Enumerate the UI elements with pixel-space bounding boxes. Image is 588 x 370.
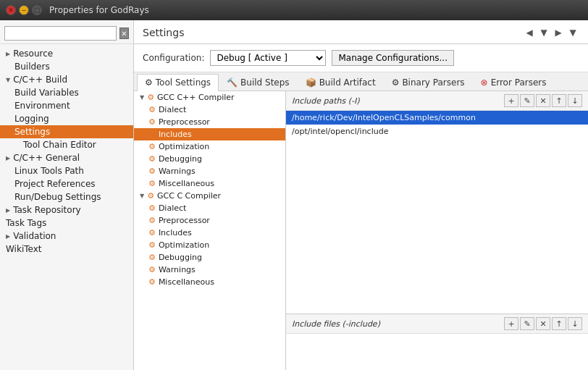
- delete-include-path-button[interactable]: ✕: [536, 94, 550, 107]
- tree-item-gcc-cpp-dialect[interactable]: ⚙Dialect: [134, 104, 285, 116]
- include-paths-toolbar: + ✎ ✕ ↑ ↓: [504, 94, 582, 107]
- search-clear-button[interactable]: ✕: [119, 28, 129, 39]
- sidebar-item-task-tags[interactable]: Task Tags: [0, 216, 133, 230]
- tab-build-artifact[interactable]: 📦 Build Artifact: [298, 74, 384, 91]
- add-include-file-button[interactable]: +: [504, 317, 518, 330]
- tree-item-label: Warnings: [159, 265, 196, 274]
- include-path-item[interactable]: /opt/intel/opencl/include: [286, 125, 588, 138]
- search-input[interactable]: [4, 26, 117, 41]
- compiler-setting-icon: ⚙: [147, 191, 154, 201]
- manage-configurations-button[interactable]: Manage Configurations...: [332, 50, 454, 66]
- include-files-section: Include files (-include) + ✎ ✕ ↑ ↓: [286, 314, 588, 370]
- arrow-icon: ▶: [6, 233, 10, 240]
- forward-button[interactable]: ▶: [552, 26, 565, 39]
- tree-item-label: Debugging: [159, 154, 202, 164]
- build-artifact-icon: 📦: [306, 77, 316, 88]
- sidebar-item-validation[interactable]: ▶Validation: [0, 230, 133, 243]
- sidebar-item-settings[interactable]: Settings: [0, 125, 133, 138]
- include-path-item[interactable]: /home/rick/Dev/IntelOpenCLSamples/common: [286, 111, 588, 125]
- tab-build-artifact-label: Build Artifact: [319, 77, 376, 88]
- sidebar-item-run-debug-settings[interactable]: Run/Debug Settings: [0, 190, 133, 203]
- sidebar-item-tool-chain-editor[interactable]: Tool Chain Editor: [0, 138, 133, 151]
- arrow-icon: ▶: [6, 155, 10, 161]
- tab-tool-settings[interactable]: ⚙ Tool Settings: [137, 74, 219, 91]
- sidebar-item-label: Resource: [13, 49, 53, 59]
- sidebar-item-label: WikiText: [6, 244, 42, 254]
- sidebar-item-logging[interactable]: Logging: [0, 112, 133, 125]
- error-parsers-icon: ⊗: [481, 77, 488, 88]
- tree-item-gcc-c-optimization[interactable]: ⚙Optimization: [134, 239, 285, 251]
- tab-binary-parsers[interactable]: ⚙ Binary Parsers: [384, 74, 473, 91]
- include-files-list: [286, 334, 588, 370]
- compiler-setting-icon: ⚙: [148, 228, 156, 237]
- delete-include-file-button[interactable]: ✕: [536, 317, 550, 330]
- sidebar-item-environment[interactable]: Environment: [0, 99, 133, 112]
- move-down-include-file-button[interactable]: ↓: [568, 317, 582, 330]
- sidebar-item-project-references[interactable]: Project References: [0, 177, 133, 190]
- compiler-setting-icon: ⚙: [148, 179, 156, 188]
- split-panel: ▼⚙GCC C++ Compiler⚙Dialect⚙Preprocessor⚙…: [134, 91, 588, 370]
- tree-item-label: Optimization: [159, 240, 209, 250]
- tree-item-gcc-cpp-warnings[interactable]: ⚙Warnings: [134, 165, 285, 177]
- tree-item-gcc-cpp[interactable]: ▼⚙GCC C++ Compiler: [134, 91, 285, 104]
- tree-item-gcc-c-preprocessor[interactable]: ⚙Preprocessor: [134, 214, 285, 227]
- tab-error-parsers[interactable]: ⊗ Error Parsers: [473, 74, 555, 91]
- tree-item-gcc-c-includes[interactable]: ⚙Includes: [134, 227, 285, 239]
- sidebar-item-wikitext[interactable]: WikiText: [0, 243, 133, 256]
- include-paths-list: /home/rick/Dev/IntelOpenCLSamples/common…: [286, 111, 588, 314]
- tab-build-steps[interactable]: 🔨 Build Steps: [219, 74, 298, 91]
- tree-item-label: GCC C++ Compiler: [157, 93, 235, 102]
- edit-include-path-button[interactable]: ✎: [520, 94, 534, 107]
- binary-parsers-icon: ⚙: [392, 77, 400, 88]
- config-bar: Configuration: Debug [ Active ] Manage C…: [134, 44, 588, 72]
- sidebar-item-label: Task Tags: [6, 218, 46, 228]
- sidebar-item-linux-tools-path[interactable]: Linux Tools Path: [0, 164, 133, 177]
- edit-include-file-button[interactable]: ✎: [520, 317, 534, 330]
- sidebar: ✕ ▶ResourceBuilders▼C/C++ BuildBuild Var…: [0, 20, 134, 370]
- tree-item-gcc-cpp-preprocessor[interactable]: ⚙Preprocessor: [134, 116, 285, 128]
- sidebar-item-resource[interactable]: ▶Resource: [0, 47, 133, 60]
- tree-item-gcc-c-debugging[interactable]: ⚙Debugging: [134, 251, 285, 264]
- compiler-setting-icon: ⚙: [148, 216, 156, 225]
- tree-item-label: GCC C Compiler: [157, 191, 221, 201]
- tool-settings-icon: ⚙: [145, 77, 153, 88]
- compiler-setting-icon: ⚙: [148, 130, 156, 139]
- include-files-toolbar: + ✎ ✕ ↑ ↓: [504, 317, 582, 330]
- tree-item-label: Debugging: [159, 253, 202, 262]
- sidebar-item-label: Validation: [13, 231, 56, 241]
- sidebar-item-label: Environment: [14, 101, 70, 111]
- move-up-include-file-button[interactable]: ↑: [552, 317, 566, 330]
- sidebar-item-label: C/C++ Build: [13, 75, 67, 85]
- tree-item-gcc-cpp-optimization[interactable]: ⚙Optimization: [134, 140, 285, 153]
- include-paths-title: Include paths (-I): [292, 96, 360, 106]
- tree-item-gcc-c-misc[interactable]: ⚙Miscellaneous: [134, 276, 285, 288]
- tree-item-gcc-c[interactable]: ▼⚙GCC C Compiler: [134, 190, 285, 202]
- sidebar-item-label: Task Repository: [13, 205, 81, 215]
- minimize-button[interactable]: −: [19, 5, 29, 15]
- tree-item-gcc-cpp-misc[interactable]: ⚙Miscellaneous: [134, 177, 285, 190]
- forward-dropdown-button[interactable]: ▼: [566, 26, 579, 39]
- sidebar-item-cpp-build[interactable]: ▼C/C++ Build: [0, 73, 133, 86]
- tree-item-gcc-c-dialect[interactable]: ⚙Dialect: [134, 202, 285, 214]
- close-button[interactable]: ✕: [6, 5, 16, 15]
- sidebar-item-build-variables[interactable]: Build Variables: [0, 86, 133, 99]
- move-down-include-path-button[interactable]: ↓: [568, 94, 582, 107]
- back-button[interactable]: ◀: [523, 26, 536, 39]
- add-include-path-button[interactable]: +: [504, 94, 518, 107]
- compiler-setting-icon: ⚙: [148, 203, 156, 213]
- back-dropdown-button[interactable]: ▼: [537, 26, 550, 39]
- compiler-setting-icon: ⚙: [148, 240, 156, 250]
- sidebar-item-builders[interactable]: Builders: [0, 60, 133, 73]
- tab-tool-settings-label: Tool Settings: [156, 77, 211, 88]
- compiler-setting-icon: ⚙: [148, 277, 156, 287]
- maximize-button[interactable]: □: [32, 5, 42, 15]
- tree-item-gcc-cpp-includes[interactable]: ⚙Includes: [134, 128, 285, 140]
- content-area: Settings ◀ ▼ ▶ ▼ Configuration: Debug [ …: [134, 20, 588, 370]
- sidebar-item-cpp-general[interactable]: ▶C/C++ General: [0, 151, 133, 164]
- tree-item-gcc-c-warnings[interactable]: ⚙Warnings: [134, 264, 285, 276]
- move-up-include-path-button[interactable]: ↑: [552, 94, 566, 107]
- compiler-setting-icon: ⚙: [148, 142, 156, 151]
- sidebar-item-task-repository[interactable]: ▶Task Repository: [0, 203, 133, 216]
- tree-item-gcc-cpp-debugging[interactable]: ⚙Debugging: [134, 153, 285, 165]
- config-select[interactable]: Debug [ Active ]: [210, 50, 326, 66]
